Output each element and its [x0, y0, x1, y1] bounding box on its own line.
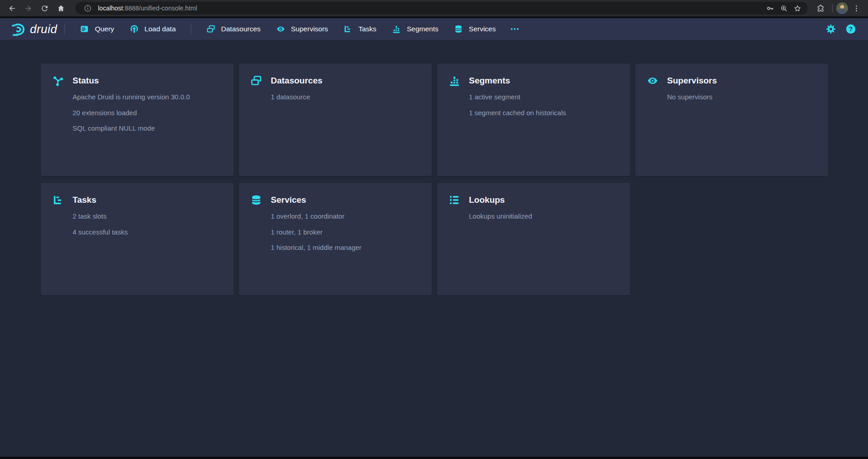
nav-label: Tasks: [358, 25, 376, 33]
window-bottom-edge: [0, 457, 868, 459]
card-lookups[interactable]: Lookups Lookups uninitialized: [437, 183, 630, 295]
more-ellipsis-icon[interactable]: [503, 18, 526, 40]
eye-icon: [647, 75, 658, 87]
nav-item-supervisors[interactable]: Supervisors: [268, 18, 336, 40]
back-icon[interactable]: [5, 1, 19, 15]
nav-item-services[interactable]: Services: [446, 18, 503, 40]
card-title: Supervisors: [667, 76, 717, 86]
card-line: 2 task slots: [73, 211, 222, 221]
nav-label: Datasources: [221, 25, 261, 33]
druid-logo-icon: [10, 21, 27, 37]
card-line: Apache Druid is running version 30.0.0: [73, 92, 222, 102]
navbar-separator: [191, 23, 191, 35]
status-graph-icon: [52, 75, 64, 87]
gantt-icon: [52, 194, 64, 206]
card-supervisors[interactable]: Supervisors No supervisors: [635, 63, 828, 176]
card-line: 1 historical, 1 middle manager: [271, 243, 420, 252]
druid-logo[interactable]: druid: [10, 21, 57, 37]
card-segments[interactable]: Segments 1 active segment 1 segment cach…: [437, 63, 630, 176]
card-title: Tasks: [73, 195, 96, 205]
card-line: 1 active segment: [469, 92, 619, 102]
svg-text:?: ?: [849, 25, 853, 33]
database-icon: [250, 194, 262, 206]
gear-icon[interactable]: [825, 24, 836, 34]
star-icon[interactable]: [791, 2, 803, 14]
browser-toolbar: localhost:8888/unified-console.html: [0, 0, 868, 16]
menu-icon[interactable]: [849, 1, 863, 15]
info-icon[interactable]: [82, 2, 93, 14]
home-grid: Status Apache Druid is running version 3…: [41, 63, 828, 295]
card-line: Lookups uninitialized: [469, 211, 619, 221]
extensions-icon[interactable]: [814, 1, 827, 15]
url-text[interactable]: localhost:8888/unified-console.html: [98, 5, 762, 12]
druid-navbar: druid Query Load data: [0, 18, 868, 40]
datasources-icon: [206, 24, 215, 34]
help-icon[interactable]: ?: [845, 24, 856, 34]
card-title: Services: [271, 195, 306, 205]
forward-icon[interactable]: [21, 1, 35, 15]
card-services[interactable]: Services 1 overlord, 1 coordinator 1 rou…: [239, 183, 432, 295]
card-line: 1 router, 1 broker: [271, 227, 420, 237]
datasources-icon: [250, 75, 262, 87]
card-line: 20 extensions loaded: [73, 108, 222, 117]
logo-text: druid: [30, 22, 57, 36]
nav-label: Services: [469, 25, 496, 33]
card-title: Datasources: [271, 76, 322, 86]
card-title: Status: [73, 76, 99, 86]
nav-item-datasources[interactable]: Datasources: [199, 18, 268, 40]
load-data-icon: [130, 24, 139, 34]
nav-label: Load data: [145, 25, 176, 33]
avatar[interactable]: [836, 2, 848, 14]
bar-chart-icon: [449, 75, 460, 87]
gantt-icon: [343, 24, 352, 34]
card-line: 1 segment cached on historicals: [469, 108, 619, 117]
nav-item-tasks[interactable]: Tasks: [336, 18, 384, 40]
card-line: SQL compliant NULL mode: [73, 123, 222, 133]
query-icon: [80, 24, 89, 34]
nav-item-query[interactable]: Query: [72, 18, 122, 40]
card-tasks[interactable]: Tasks 2 task slots 4 successful tasks: [41, 183, 234, 295]
card-line: No supervisors: [667, 92, 817, 102]
bar-chart-icon: [392, 24, 401, 34]
card-title: Lookups: [469, 195, 505, 205]
card-line: 4 successful tasks: [73, 227, 222, 237]
nav-item-load-data[interactable]: Load data: [122, 18, 184, 40]
nav-label: Supervisors: [291, 25, 328, 33]
home-icon[interactable]: [54, 1, 68, 15]
toolbar-separator: [832, 4, 833, 12]
card-datasources[interactable]: Datasources 1 datasource: [239, 63, 432, 176]
eye-icon: [276, 24, 285, 34]
reload-icon[interactable]: [38, 1, 51, 15]
zoom-in-icon[interactable]: [778, 2, 790, 14]
card-title: Segments: [469, 76, 510, 86]
nav-item-segments[interactable]: Segments: [384, 18, 446, 40]
nav-label: Query: [95, 25, 114, 33]
card-status[interactable]: Status Apache Druid is running version 3…: [41, 63, 234, 176]
address-bar[interactable]: localhost:8888/unified-console.html: [75, 2, 808, 15]
database-icon: [454, 24, 463, 34]
properties-icon: [449, 194, 460, 206]
navbar-separator: [64, 23, 65, 35]
card-line: 1 overlord, 1 coordinator: [271, 211, 420, 221]
toolbar-right: [812, 1, 864, 15]
key-icon[interactable]: [764, 2, 776, 14]
nav-label: Segments: [407, 25, 439, 33]
card-line: 1 datasource: [271, 92, 420, 102]
navbar-right: ?: [825, 24, 856, 34]
